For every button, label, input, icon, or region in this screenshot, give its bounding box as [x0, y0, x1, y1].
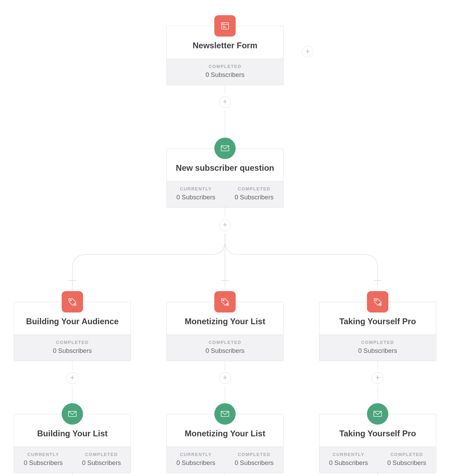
stat-value: 0 Subscribers	[227, 194, 281, 201]
svg-point-3	[224, 23, 224, 24]
add-sibling-button[interactable]: +	[302, 46, 314, 58]
stat-label-currently: CURRENTLY	[169, 186, 223, 191]
email-icon	[62, 403, 83, 425]
tag-icon	[214, 291, 236, 313]
stat-label-currently: CURRENTLY	[16, 452, 70, 457]
node-tag-monetizing-list[interactable]: Monetizing Your List COMPLETED 0 Subscri…	[166, 302, 284, 361]
svg-point-17	[375, 299, 377, 301]
node-stats: CURRENTLY 0 Subscribers COMPLETED 0 Subs…	[167, 447, 283, 473]
node-stats: CURRENTLY 0 Subscribers COMPLETED 0 Subs…	[14, 447, 131, 473]
add-step-button[interactable]: +	[219, 96, 231, 108]
tag-icon	[367, 291, 388, 313]
stat-value: 0 Subscribers	[321, 459, 376, 467]
node-stats: CURRENTLY 0 Subscribers COMPLETED 0 Subs…	[167, 181, 283, 207]
stat-label-completed: COMPLETED	[169, 64, 281, 69]
svg-point-12	[223, 299, 224, 301]
svg-point-7	[70, 299, 71, 301]
node-stats: CURRENTLY 0 Subscribers COMPLETED 0 Subs…	[319, 447, 436, 473]
stat-label-currently: CURRENTLY	[321, 452, 376, 457]
node-subscriber-question[interactable]: New subscriber question CURRENTLY 0 Subs…	[166, 148, 284, 208]
node-stats: COMPLETED 0 Subscribers	[167, 335, 283, 361]
stat-value: 0 Subscribers	[321, 347, 434, 355]
node-stats: COMPLETED 0 Subscribers	[14, 335, 131, 361]
node-newsletter-form[interactable]: Newsletter Form COMPLETED 0 Subscribers	[166, 26, 284, 85]
stat-value: 0 Subscribers	[227, 459, 281, 467]
stat-label-completed: COMPLETED	[169, 340, 281, 345]
stat-label-completed: COMPLETED	[227, 452, 281, 457]
stat-value: 0 Subscribers	[169, 347, 281, 355]
stat-label-completed: COMPLETED	[16, 340, 129, 345]
stat-value: 0 Subscribers	[380, 459, 434, 467]
stat-value: 0 Subscribers	[169, 459, 223, 467]
node-tag-taking-pro[interactable]: Taking Yourself Pro COMPLETED 0 Subscrib…	[319, 302, 436, 361]
node-email-monetizing-list[interactable]: Monetizing Your List CURRENTLY 0 Subscri…	[166, 414, 284, 473]
tag-icon	[62, 291, 83, 313]
stat-label-completed: COMPLETED	[321, 340, 434, 345]
add-step-button[interactable]: +	[219, 372, 231, 384]
svg-point-2	[223, 23, 223, 24]
automation-canvas[interactable]: Newsletter Form COMPLETED 0 Subscribers …	[0, 0, 450, 476]
email-icon	[214, 403, 236, 425]
stat-label-completed: COMPLETED	[74, 452, 129, 457]
node-email-taking-pro[interactable]: Taking Yourself Pro CURRENTLY 0 Subscrib…	[319, 414, 436, 473]
node-tag-building-audience[interactable]: Building Your Audience COMPLETED 0 Subsc…	[14, 302, 131, 361]
add-branch-button[interactable]: +	[219, 219, 231, 231]
add-step-button[interactable]: +	[372, 372, 383, 384]
node-stats: COMPLETED 0 Subscribers	[167, 59, 283, 85]
add-step-button[interactable]: +	[67, 372, 78, 384]
email-icon	[367, 403, 388, 425]
stat-label-completed: COMPLETED	[227, 186, 281, 191]
stat-value: 0 Subscribers	[16, 459, 70, 467]
node-stats: COMPLETED 0 Subscribers	[319, 335, 436, 361]
stat-label-currently: CURRENTLY	[169, 452, 223, 457]
form-icon	[214, 15, 236, 37]
stat-label-completed: COMPLETED	[380, 452, 434, 457]
stat-value: 0 Subscribers	[169, 194, 223, 201]
node-email-building-list[interactable]: Building Your List CURRENTLY 0 Subscribe…	[14, 414, 131, 473]
stat-value: 0 Subscribers	[74, 459, 129, 467]
stat-value: 0 Subscribers	[16, 347, 129, 355]
email-icon	[214, 138, 236, 159]
stat-value: 0 Subscribers	[169, 71, 281, 79]
